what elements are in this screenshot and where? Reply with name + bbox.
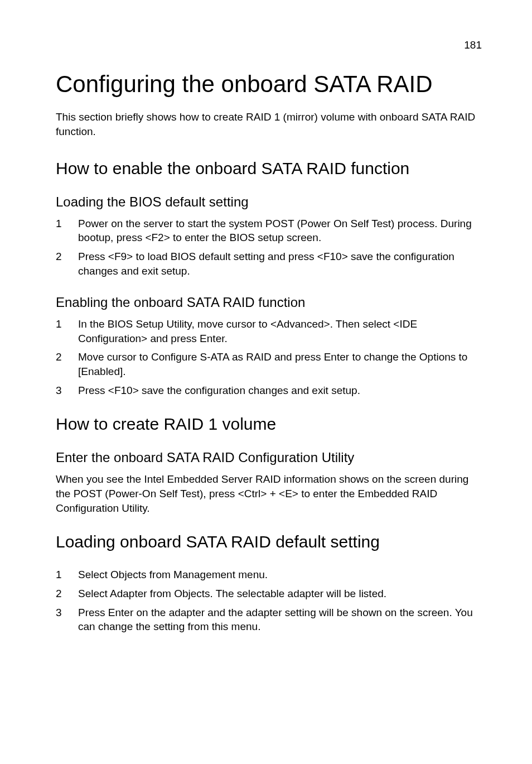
list-text: In the BIOS Setup Utility, move cursor t… [78, 317, 482, 345]
section-heading-loading-default: Loading onboard SATA RAID default settin… [56, 532, 482, 552]
list-number: 1 [56, 317, 78, 345]
subsection-heading-config-utility: Enter the onboard SATA RAID Configuratio… [56, 450, 482, 465]
list-item: 3 Press <F10> save the configuration cha… [56, 383, 482, 398]
list-number: 1 [56, 217, 78, 245]
list-text: Press <F10> save the configuration chang… [78, 383, 482, 398]
list-number: 3 [56, 383, 78, 398]
list-loading-default: 1 Select Objects from Management menu. 2… [56, 568, 482, 634]
list-text: Press <F9> to load BIOS default setting … [78, 249, 482, 278]
list-number: 2 [56, 350, 78, 378]
body-paragraph-config-utility: When you see the Intel Embedded Server R… [56, 472, 482, 515]
list-item: 3 Press Enter on the adapter and the ada… [56, 606, 482, 634]
page-title: Configuring the onboard SATA RAID [56, 71, 482, 98]
list-number: 2 [56, 249, 78, 278]
list-item: 1 Select Objects from Management menu. [56, 568, 482, 582]
list-number: 1 [56, 568, 78, 582]
list-item: 2 Move cursor to Configure S-ATA as RAID… [56, 350, 482, 378]
list-text: Power on the server to start the system … [78, 217, 482, 245]
list-text: Select Adapter from Objects. The selecta… [78, 587, 482, 601]
page-number: 181 [56, 39, 482, 51]
list-number: 3 [56, 606, 78, 634]
list-number: 2 [56, 587, 78, 601]
list-enable-function: 1 In the BIOS Setup Utility, move cursor… [56, 317, 482, 397]
subsection-heading-bios-default: Loading the BIOS default setting [56, 194, 482, 210]
intro-paragraph: This section briefly shows how to create… [56, 110, 482, 138]
list-text: Move cursor to Configure S-ATA as RAID a… [78, 350, 482, 378]
section-heading-enable-raid: How to enable the onboard SATA RAID func… [56, 158, 482, 179]
subsection-heading-enable-function: Enabling the onboard SATA RAID function [56, 295, 482, 310]
list-item: 1 Power on the server to start the syste… [56, 217, 482, 245]
list-text: Press Enter on the adapter and the adapt… [78, 606, 482, 634]
list-item: 2 Select Adapter from Objects. The selec… [56, 587, 482, 601]
list-text: Select Objects from Management menu. [78, 568, 482, 582]
list-bios-default: 1 Power on the server to start the syste… [56, 217, 482, 278]
list-item: 2 Press <F9> to load BIOS default settin… [56, 249, 482, 278]
section-heading-create-raid1: How to create RAID 1 volume [56, 414, 482, 434]
list-item: 1 In the BIOS Setup Utility, move cursor… [56, 317, 482, 345]
